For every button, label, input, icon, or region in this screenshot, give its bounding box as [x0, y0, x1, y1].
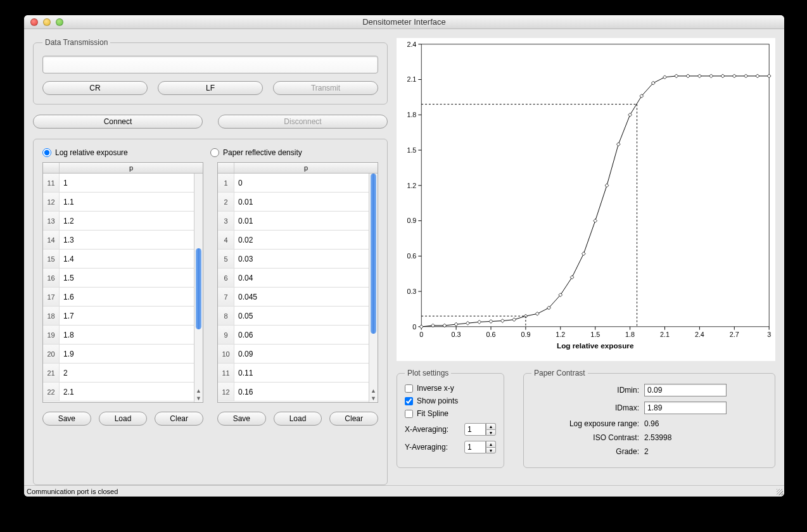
table-row[interactable]: 111 [43, 174, 194, 193]
exposure-scrollbar[interactable]: ▲ ▼ [194, 174, 203, 402]
density-scrollbar[interactable]: ▲ ▼ [369, 174, 378, 402]
exposure-table[interactable]: p 111121.1131.2141.3151.4161.5171.6181.7… [42, 162, 203, 403]
data-transmission-group: Data Transmission CR LF Transmit [33, 38, 388, 104]
grade-value: 2 [644, 447, 649, 456]
stepper-up-icon[interactable]: ▲ [486, 441, 496, 447]
exposure-save-button[interactable]: Save [42, 412, 91, 426]
table-row[interactable]: 181.7 [43, 307, 194, 326]
table-row[interactable]: 100.09 [218, 345, 369, 364]
exposure-load-button[interactable]: Load [99, 412, 148, 426]
svg-text:0.9: 0.9 [521, 331, 530, 338]
svg-text:2.1: 2.1 [660, 331, 670, 338]
svg-text:1.2: 1.2 [407, 182, 416, 189]
scrollbar-thumb[interactable] [371, 174, 376, 334]
iso-contrast-value: 2.53998 [644, 433, 671, 442]
svg-text:0.3: 0.3 [452, 331, 461, 338]
table-row[interactable]: 50.03 [218, 250, 369, 269]
data-transmission-legend: Data Transmission [42, 38, 110, 47]
table-row[interactable]: 191.8 [43, 326, 194, 345]
data-tables-group: Log relative exposure Paper reflective d… [33, 139, 388, 485]
svg-text:0.3: 0.3 [407, 288, 416, 295]
svg-text:1.8: 1.8 [407, 111, 416, 118]
window-title: Densitometer Interface [24, 17, 784, 27]
svg-text:1.2: 1.2 [556, 331, 565, 338]
table-row[interactable]: 20.01 [218, 193, 369, 212]
transmit-button[interactable]: Transmit [273, 81, 378, 95]
radio-paper-density[interactable]: Paper reflective density [210, 148, 378, 157]
connect-button[interactable]: Connect [33, 115, 203, 129]
scroll-up-icon[interactable]: ▲ [195, 387, 203, 395]
stepper-down-icon[interactable]: ▼ [486, 429, 496, 436]
y-averaging-stepper[interactable]: ▲▼ [464, 441, 496, 453]
svg-text:2.4: 2.4 [407, 41, 416, 48]
svg-text:0.6: 0.6 [486, 331, 496, 338]
radio-log-exposure-input[interactable] [42, 148, 51, 157]
svg-text:1.5: 1.5 [407, 146, 416, 154]
table-row[interactable]: 10 [218, 174, 369, 193]
exposure-clear-button[interactable]: Clear [155, 412, 203, 426]
svg-text:Log relative exposure: Log relative exposure [557, 341, 634, 350]
idmax-field[interactable] [644, 402, 727, 414]
table-row[interactable]: 70.045 [218, 288, 369, 307]
paper-contrast-group: Paper Contrast IDmin: IDmax: Log exposur… [523, 369, 775, 468]
svg-text:0: 0 [419, 331, 423, 338]
inverse-xy-checkbox[interactable] [405, 384, 413, 393]
scrollbar-thumb[interactable] [196, 248, 201, 329]
density-load-button[interactable]: Load [274, 412, 322, 426]
svg-rect-0 [421, 44, 769, 327]
density-chart: 00.30.60.91.21.51.82.12.42.7300.30.60.91… [397, 38, 775, 361]
table-row[interactable]: 60.04 [218, 269, 369, 288]
density-save-button[interactable]: Save [217, 412, 266, 426]
table-row[interactable]: 121.1 [43, 193, 194, 212]
transmission-input[interactable] [42, 56, 378, 73]
fit-spline-checkbox[interactable] [405, 410, 413, 418]
density-col-header: p [234, 163, 378, 173]
table-row[interactable]: 161.5 [43, 269, 194, 288]
titlebar: Densitometer Interface [24, 15, 784, 29]
svg-text:0: 0 [412, 323, 416, 331]
exposure-col-header: p [60, 163, 203, 173]
idmin-field[interactable] [644, 384, 727, 396]
plot-settings-group: Plot settings Inverse x-y Show points Fi… [397, 369, 504, 468]
table-row[interactable]: 40.02 [218, 231, 369, 250]
table-row[interactable]: 151.4 [43, 250, 194, 269]
svg-text:2.7: 2.7 [730, 331, 739, 338]
statusbar: Communication port is closed [24, 485, 784, 497]
svg-text:0.6: 0.6 [407, 252, 416, 260]
scroll-down-icon[interactable]: ▼ [195, 395, 203, 402]
svg-text:3: 3 [767, 331, 771, 338]
radio-log-exposure[interactable]: Log relative exposure [42, 148, 210, 157]
scroll-down-icon[interactable]: ▼ [370, 395, 378, 402]
cr-button[interactable]: CR [42, 81, 148, 95]
table-row[interactable]: 110.11 [218, 364, 369, 383]
svg-text:2.1: 2.1 [407, 75, 416, 83]
stepper-down-icon[interactable]: ▼ [486, 447, 496, 453]
x-averaging-stepper[interactable]: ▲▼ [464, 423, 496, 436]
disconnect-button[interactable]: Disconnect [218, 115, 388, 129]
show-points-checkbox[interactable] [405, 397, 413, 405]
scroll-up-icon[interactable]: ▲ [370, 387, 378, 395]
stepper-up-icon[interactable]: ▲ [486, 423, 496, 429]
table-row[interactable]: 201.9 [43, 345, 194, 364]
svg-text:2.4: 2.4 [695, 331, 704, 338]
svg-text:1.5: 1.5 [590, 331, 600, 338]
table-row[interactable]: 212 [43, 364, 194, 383]
radio-paper-density-input[interactable] [210, 148, 219, 157]
table-row[interactable]: 222.1 [43, 383, 194, 402]
lf-button[interactable]: LF [158, 81, 263, 95]
app-window: Densitometer Interface Data Transmission… [24, 15, 784, 497]
table-row[interactable]: 80.05 [218, 307, 369, 326]
svg-text:0.9: 0.9 [407, 217, 416, 224]
log-exposure-range-value: 0.96 [644, 419, 659, 428]
table-row[interactable]: 171.6 [43, 288, 194, 307]
table-row[interactable]: 90.06 [218, 326, 369, 345]
density-clear-button[interactable]: Clear [329, 412, 378, 426]
resize-grip-icon[interactable] [775, 488, 784, 497]
svg-text:1.8: 1.8 [625, 331, 635, 338]
table-row[interactable]: 131.2 [43, 212, 194, 231]
density-table[interactable]: p 1020.0130.0140.0250.0360.0470.04580.05… [217, 162, 378, 403]
table-row[interactable]: 141.3 [43, 231, 194, 250]
table-row[interactable]: 120.16 [218, 383, 369, 402]
table-row[interactable]: 30.01 [218, 212, 369, 231]
